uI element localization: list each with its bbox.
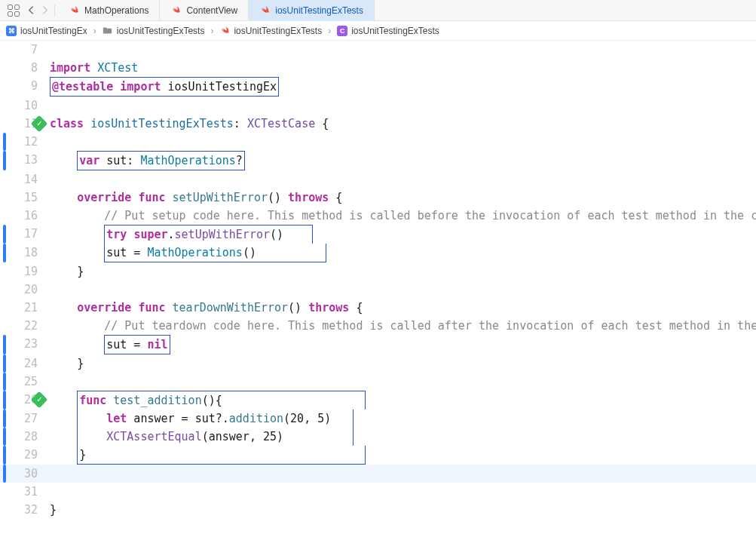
code-line[interactable]: 21 override func tearDownWithError() thr… — [0, 299, 756, 317]
crumb-folder[interactable]: iosUnitTestingExTests — [103, 26, 205, 36]
code-line[interactable]: 9@testable import iosUnitTestingEx — [0, 77, 756, 97]
code-editor[interactable]: 7 8import XCTest 9@testable import iosUn… — [0, 41, 756, 519]
code-line[interactable]: 27 let answer = sut?.addition(20, 5) — [0, 410, 756, 428]
crumb-label: iosUnitTestingEx — [20, 26, 87, 36]
related-items-icon[interactable] — [8, 5, 20, 17]
tab-math-operations[interactable]: MathOperations — [58, 0, 160, 21]
change-bar-icon — [3, 373, 6, 391]
swift-icon — [259, 5, 271, 16]
code-line[interactable]: 20 — [0, 281, 756, 299]
code-line[interactable]: 32} — [0, 501, 756, 519]
code-line[interactable]: 7 — [0, 41, 756, 59]
change-bar-icon — [3, 244, 6, 262]
code-line[interactable]: 12 — [0, 133, 756, 151]
change-bar-icon — [3, 151, 6, 170]
nav-forward-icon[interactable] — [38, 0, 51, 21]
code-line[interactable]: 11class iosUnitTestingExTests: XCTestCas… — [0, 115, 756, 133]
tab-label: iosUnitTestingExTests — [275, 5, 363, 16]
tab-label: ContentView — [186, 5, 237, 16]
change-bar-icon — [3, 446, 6, 465]
code-line[interactable]: 28 XCTAssertEqual(answer, 25) — [0, 428, 756, 446]
crumb-label: iosUnitTestingExTests — [351, 26, 439, 36]
crumb-file[interactable]: iosUnitTestingExTests — [219, 26, 322, 36]
code-line[interactable]: 15 override func setUpWithError() throws… — [0, 189, 756, 207]
code-line[interactable]: 23 sut = nil — [0, 335, 756, 354]
code-line[interactable]: 8import XCTest — [0, 59, 756, 77]
change-bar-icon — [3, 133, 6, 151]
crumb-label: iosUnitTestingExTests — [117, 26, 205, 36]
change-bar-icon — [3, 410, 6, 428]
change-bar-icon — [3, 335, 6, 354]
folder-icon — [103, 26, 113, 36]
breadcrumb: ⌘ iosUnitTestingEx › iosUnitTestingExTes… — [0, 21, 756, 41]
code-line[interactable]: 19 } — [0, 262, 756, 281]
swift-icon — [170, 5, 182, 16]
change-bar-icon — [3, 225, 6, 244]
code-line[interactable]: 14 — [0, 170, 756, 189]
code-line[interactable]: 13 var sut: MathOperations? — [0, 151, 756, 170]
crumb-label: iosUnitTestingExTests — [234, 26, 322, 36]
change-bar-icon — [3, 391, 6, 410]
code-line[interactable]: 17 try super.setUpWithError() — [0, 225, 756, 244]
code-line[interactable]: 22 // Put teardown code here. This metho… — [0, 317, 756, 335]
crumb-class[interactable]: C iosUnitTestingExTests — [337, 26, 439, 36]
change-bar-icon — [3, 428, 6, 446]
crumb-project[interactable]: ⌘ iosUnitTestingEx — [6, 26, 87, 36]
code-line[interactable]: 29 } — [0, 446, 756, 465]
tab-bar: MathOperations ContentView iosUnitTestin… — [0, 0, 756, 21]
tab-content-view[interactable]: ContentView — [160, 0, 249, 21]
code-line[interactable]: 24 } — [0, 354, 756, 373]
code-line[interactable]: 18 sut = MathOperations() — [0, 244, 756, 262]
change-bar-icon — [3, 465, 6, 483]
chevron-right-icon: › — [325, 26, 334, 36]
swift-icon — [69, 5, 80, 16]
code-line[interactable]: 16 // Put setup code here. This method i… — [0, 207, 756, 225]
code-line[interactable]: 10 — [0, 97, 756, 115]
code-line[interactable]: 25 — [0, 373, 756, 391]
tab-tests[interactable]: iosUnitTestingExTests — [249, 0, 375, 21]
swift-icon — [219, 26, 230, 36]
code-line[interactable]: 30 — [0, 465, 756, 483]
code-line[interactable]: 26 func test_addition(){ — [0, 391, 756, 410]
app-icon: ⌘ — [6, 26, 17, 36]
separator — [54, 5, 55, 17]
tab-label: MathOperations — [84, 5, 148, 16]
chevron-right-icon: › — [207, 26, 216, 36]
chevron-right-icon: › — [90, 26, 99, 36]
class-icon: C — [337, 26, 347, 36]
change-bar-icon — [3, 354, 6, 373]
nav-back-icon[interactable] — [24, 0, 38, 21]
code-line[interactable]: 31 — [0, 483, 756, 501]
